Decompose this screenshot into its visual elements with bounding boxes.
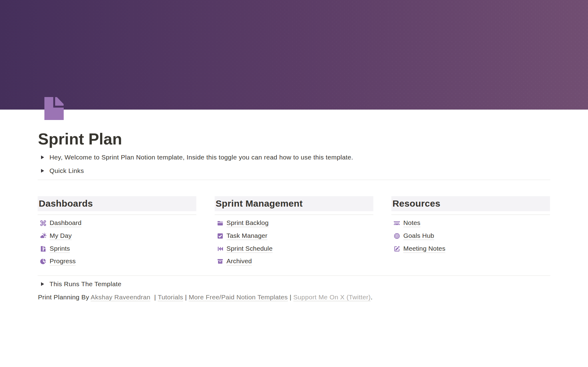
link-item-dashboard[interactable]: Dashboard: [38, 219, 196, 228]
link-item-label: Goals Hub: [403, 232, 434, 240]
column-heading: Dashboards: [38, 196, 196, 211]
zip-document-icon: [40, 245, 47, 252]
footer-link-author[interactable]: Akshay Raveendran: [91, 294, 150, 301]
toggle-triangle-icon[interactable]: [41, 155, 44, 159]
link-item-label: Meeting Notes: [403, 245, 445, 253]
link-item-label: Sprints: [50, 245, 70, 253]
footer-separator: |: [150, 294, 158, 301]
footer-separator: |: [183, 294, 189, 301]
sun-behind-cloud-icon: [40, 233, 47, 239]
pipe-separator: |: [154, 294, 156, 301]
link-item-label: Sprint Schedule: [227, 245, 273, 253]
column-heading-text: Sprint Management: [216, 198, 303, 209]
link-columns: Dashboards DashboardMy DaySprintsProgres…: [38, 196, 550, 270]
divider: [38, 275, 550, 276]
toggle-runs-label: This Runs The Template: [50, 280, 122, 288]
link-item-archived[interactable]: Archived: [215, 257, 373, 266]
pie-chart-icon: [40, 258, 47, 265]
edit-icon: [394, 245, 400, 252]
link-item-label: Dashboard: [50, 219, 81, 227]
footer-prefix: Print Planning By: [38, 294, 91, 301]
toggle-quick-links[interactable]: Quick Links: [38, 167, 84, 175]
link-item-sprint-backlog[interactable]: Sprint Backlog: [215, 219, 373, 228]
column-sprint-management: Sprint Management Sprint BacklogTask Man…: [215, 196, 373, 270]
column-items: DashboardMy DaySprintsProgress: [38, 219, 196, 266]
link-item-label: My Day: [50, 232, 72, 240]
link-item-label: Progress: [50, 257, 76, 265]
toggle-this-runs-the-template[interactable]: This Runs The Template: [38, 280, 121, 288]
link-item-goals-hub[interactable]: Goals Hub: [391, 231, 550, 241]
footer-link-tutorials[interactable]: Tutorials: [158, 294, 183, 301]
footer-link-more-templates[interactable]: More Free/Paid Notion Templates: [189, 294, 288, 301]
folder-icon: [217, 220, 224, 227]
toggle-welcome[interactable]: Hey, Welcome to Sprint Plan Notion templ…: [38, 153, 353, 162]
archive-box-icon: [217, 258, 224, 265]
link-item-sprint-schedule[interactable]: Sprint Schedule: [215, 244, 373, 253]
pipe-separator: |: [185, 294, 187, 301]
column-heading-text: Resources: [393, 198, 441, 209]
link-item-task-manager[interactable]: Task Manager: [215, 231, 373, 241]
footer-separator: |: [288, 294, 293, 301]
toggle-welcome-label: Hey, Welcome to Sprint Plan Notion templ…: [50, 154, 353, 161]
column-items: Sprint BacklogTask ManagerSprint Schedul…: [215, 219, 373, 266]
column-heading-text: Dashboards: [39, 198, 93, 209]
pipe-separator: |: [290, 294, 292, 301]
column-heading: Sprint Management: [215, 196, 373, 211]
page-title: Sprint Plan: [38, 129, 122, 148]
footer-credits: Print Planning By Akshay Raveendran | Tu…: [38, 294, 373, 301]
link-item-progress[interactable]: Progress: [38, 257, 196, 266]
rewind-icon: [217, 245, 224, 252]
link-item-label: Notes: [403, 219, 420, 227]
column-items: NotesGoals HubMeeting Notes: [391, 219, 550, 253]
link-item-label: Task Manager: [227, 232, 268, 240]
footer-link-support[interactable]: Support Me On X (Twitter): [293, 294, 371, 301]
toggle-triangle-icon[interactable]: [41, 169, 44, 173]
toggle-quick-links-label: Quick Links: [50, 167, 84, 174]
checkbox-icon: [217, 233, 224, 239]
link-item-my-day[interactable]: My Day: [38, 231, 196, 241]
toggle-triangle-icon[interactable]: [41, 282, 44, 286]
link-item-label: Archived: [227, 257, 252, 265]
keyboard-icon: [394, 220, 400, 227]
link-item-label: Sprint Backlog: [227, 219, 269, 227]
link-item-notes[interactable]: Notes: [391, 219, 550, 228]
link-item-meeting-notes[interactable]: Meeting Notes: [391, 244, 550, 253]
column-resources: Resources NotesGoals HubMeeting Notes: [391, 196, 550, 270]
link-item-sprints[interactable]: Sprints: [38, 244, 196, 253]
page-body: Sprint Plan Hey, Welcome to Sprint Plan …: [38, 0, 550, 367]
column-divider: [38, 215, 196, 215]
column-divider: [391, 215, 550, 215]
divider: [38, 180, 550, 180]
footer-suffix: .: [371, 294, 372, 301]
target-icon: [394, 233, 400, 239]
column-heading: Resources: [391, 196, 550, 211]
column-dashboards: Dashboards DashboardMy DaySprintsProgres…: [38, 196, 196, 270]
column-divider: [215, 215, 373, 215]
command-icon: [40, 220, 47, 227]
